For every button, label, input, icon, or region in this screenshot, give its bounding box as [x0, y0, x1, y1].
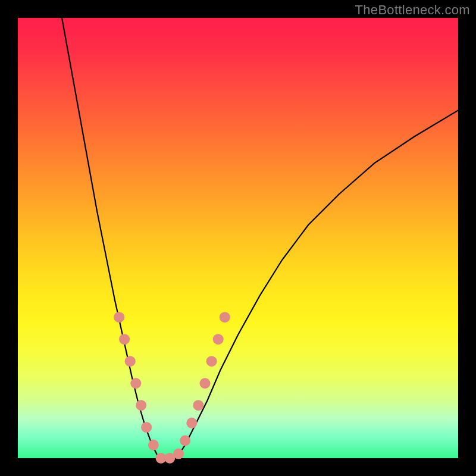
marker-dot	[200, 378, 211, 389]
left-curve	[62, 18, 159, 458]
marker-dot	[173, 449, 184, 459]
marker-dot	[148, 440, 159, 450]
marker-dot	[220, 312, 230, 322]
marker-dot	[186, 418, 197, 428]
chart-svg	[18, 18, 458, 458]
right-curve	[176, 110, 458, 458]
marker-dot	[206, 356, 217, 367]
marker-dot	[141, 422, 152, 433]
marker-dot	[136, 400, 146, 411]
marker-dot	[213, 334, 224, 345]
chart-container: TheBottleneck.com	[0, 0, 476, 476]
marker-dot	[130, 378, 141, 389]
marker-dot	[114, 312, 124, 322]
marker-dot	[119, 334, 130, 345]
marker-dot	[193, 400, 203, 411]
watermark-text: TheBottleneck.com	[355, 2, 470, 18]
plot-area	[18, 18, 458, 458]
marker-dot	[180, 435, 190, 446]
marker-dot	[125, 356, 136, 367]
